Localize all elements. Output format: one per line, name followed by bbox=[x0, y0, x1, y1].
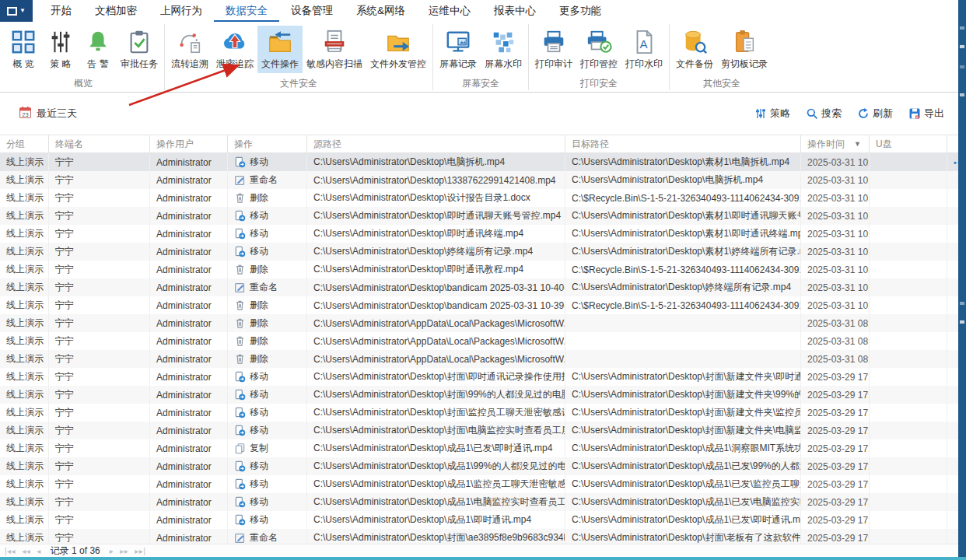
cell-operation-time: 2025-03-29 17:49:20 bbox=[801, 475, 870, 493]
ribbon-button-屏幕水印[interactable]: 屏幕水印 bbox=[481, 26, 526, 73]
file-operation-icon bbox=[267, 29, 293, 55]
ribbon-button-屏幕记录[interactable]: 屏幕记录 bbox=[436, 26, 481, 73]
background-window-edge bbox=[958, 0, 966, 557]
cell-user: Administrator bbox=[150, 404, 228, 422]
ribbon-group-label: 打印安全 bbox=[531, 77, 667, 92]
table-row[interactable]: 线上演示宁宁Administrator移动C:\Users\Administra… bbox=[0, 243, 966, 261]
table-row[interactable]: 线上演示宁宁Administrator移动C:\Users\Administra… bbox=[0, 475, 966, 493]
table-row[interactable]: 线上演示宁宁Administrator移动C:\Users\Administra… bbox=[0, 153, 966, 171]
table-row[interactable]: 线上演示宁宁Administrator删除C:\Users\Administra… bbox=[0, 261, 966, 278]
cell-target-path: C:\Users\Administrator\Desktop\封面\新建文件夹\… bbox=[565, 368, 801, 386]
table-row[interactable]: 线上演示宁宁Administrator删除C:\Users\Administra… bbox=[0, 314, 966, 332]
toolbar-action-策略[interactable]: 策略 bbox=[754, 107, 790, 121]
ribbon-button-策略[interactable]: 策 略 bbox=[42, 26, 79, 73]
table-row[interactable]: 线上演示宁宁Administrator重命名C:\Users\Administr… bbox=[0, 171, 966, 189]
operation-label: 移动 bbox=[250, 245, 268, 258]
column-header-U盘[interactable]: U盘 bbox=[870, 135, 947, 152]
table-row[interactable]: 线上演示宁宁Administrator移动C:\Users\Administra… bbox=[0, 404, 966, 422]
table-row[interactable]: 线上演示宁宁Administrator删除C:\Users\Administra… bbox=[0, 332, 966, 350]
ribbon-button-告警[interactable]: 告 警 bbox=[79, 26, 117, 73]
cell-group: 线上演示 bbox=[0, 189, 49, 207]
menu-tab-更多功能[interactable]: 更多功能 bbox=[548, 0, 613, 22]
column-header-操作用户[interactable]: 操作用户 bbox=[150, 135, 228, 152]
table-row[interactable]: 线上演示宁宁Administrator复制C:\Users\Administra… bbox=[0, 439, 966, 457]
cell-operation-time: 2025-03-29 17:49:20 bbox=[801, 493, 870, 511]
column-header-源路径[interactable]: 源路径 bbox=[307, 135, 565, 152]
ribbon-button-打印水印[interactable]: A打印水印 bbox=[621, 26, 667, 73]
table-row[interactable]: 线上演示宁宁Administrator删除C:\Users\Administra… bbox=[0, 189, 966, 207]
operation-label: 重命名 bbox=[250, 173, 278, 187]
cell-operation: 移动 bbox=[228, 207, 307, 225]
toolbar-action-刷新[interactable]: 刷新 bbox=[857, 107, 893, 121]
column-header-操作时间[interactable]: 操作时间▼ bbox=[801, 135, 870, 152]
column-header-终端名[interactable]: 终端名 bbox=[49, 135, 150, 152]
ribbon-button-概览[interactable]: 概 览 bbox=[5, 26, 42, 73]
ribbon-button-打印审计[interactable]: 打印审计 bbox=[531, 26, 576, 73]
table-row[interactable]: 线上演示宁宁Administrator重命名C:\Users\Administr… bbox=[0, 278, 966, 296]
table-row[interactable]: 线上演示宁宁Administrator移动C:\Users\Administra… bbox=[0, 386, 966, 404]
table-row[interactable]: 线上演示宁宁Administrator移动C:\Users\Administra… bbox=[0, 511, 966, 529]
toolbar-action-导出[interactable]: 导出 bbox=[908, 107, 944, 121]
table-row[interactable]: 线上演示宁宁Administrator移动C:\Users\Administra… bbox=[0, 493, 966, 511]
pagination-last-icon[interactable]: ▸▸| bbox=[135, 547, 145, 555]
ribbon-button-流转追溯[interactable]: 流转追溯 bbox=[167, 26, 212, 73]
cell-terminal: 宁宁 bbox=[49, 332, 150, 350]
menu-tab-上网行为[interactable]: 上网行为 bbox=[149, 0, 214, 22]
table-row[interactable]: 线上演示宁宁Administrator移动C:\Users\Administra… bbox=[0, 457, 966, 475]
ribbon-button-剪切板记录[interactable]: 剪切板记录 bbox=[717, 26, 772, 73]
table-row[interactable]: 线上演示宁宁Administrator移动C:\Users\Administra… bbox=[0, 207, 966, 225]
ribbon-group-label: 其他安全 bbox=[672, 77, 772, 92]
pagination-prev-icon[interactable]: ◂ bbox=[37, 547, 41, 555]
pagination-first-icon[interactable]: |◂◂ bbox=[5, 547, 16, 555]
menu-tab-文档加密[interactable]: 文档加密 bbox=[83, 0, 149, 22]
app-menu-button[interactable]: ▼ bbox=[0, 0, 33, 22]
pagination-prev-page-icon[interactable]: ◂◂ bbox=[22, 547, 30, 555]
ribbon-group-divider bbox=[528, 24, 529, 90]
approval-tasks-icon bbox=[126, 29, 152, 55]
cell-usb bbox=[870, 511, 947, 529]
menu-tab-开始[interactable]: 开始 bbox=[39, 0, 83, 22]
ribbon-button-文件外发管控[interactable]: 文件外发管控 bbox=[366, 26, 430, 73]
table-row[interactable]: 线上演示宁宁Administrator删除C:\Users\Administra… bbox=[0, 350, 966, 368]
delete-icon bbox=[234, 335, 250, 347]
toolbar-actions: 策略搜索刷新导出 bbox=[754, 107, 954, 121]
cell-operation-time: 2025-03-31 08:33:22 bbox=[801, 350, 870, 368]
ribbon-button-打印管控[interactable]: 打印管控 bbox=[576, 26, 621, 73]
ribbon-button-文件操作[interactable]: 文件操作 bbox=[257, 26, 303, 73]
date-filter-button[interactable]: 23 最近三天 bbox=[19, 106, 77, 121]
move-icon bbox=[234, 407, 250, 418]
table-row[interactable]: 线上演示宁宁Administrator移动C:\Users\Administra… bbox=[0, 422, 966, 439]
cell-usb bbox=[870, 225, 947, 243]
flow-trace-icon bbox=[177, 29, 203, 55]
cell-source-path: C:\Users\Administrator\Desktop\成品1\监控员工聊… bbox=[307, 475, 565, 493]
menu-tab-设备管理[interactable]: 设备管理 bbox=[279, 0, 345, 22]
print-watermark-icon: A bbox=[631, 29, 657, 55]
cell-terminal: 宁宁 bbox=[49, 225, 150, 243]
toolbar-action-搜索[interactable]: 搜索 bbox=[806, 107, 842, 121]
menu-tab-运维中心[interactable]: 运维中心 bbox=[417, 0, 482, 22]
time-filter-caret-icon[interactable]: ▼ bbox=[854, 140, 863, 148]
export-icon bbox=[908, 107, 921, 120]
sensitive-scan-icon bbox=[321, 29, 348, 55]
table-row[interactable]: 线上演示宁宁Administrator移动C:\Users\Administra… bbox=[0, 225, 966, 243]
cell-operation-time: 2025-03-29 17:49:58 bbox=[801, 368, 870, 386]
ribbon-button-文件备份[interactable]: 文件备份 bbox=[672, 26, 717, 73]
pagination-next-icon[interactable]: ▸ bbox=[110, 547, 114, 555]
column-header-操作[interactable]: 操作 bbox=[228, 135, 307, 152]
menu-tab-报表中心[interactable]: 报表中心 bbox=[482, 0, 548, 22]
column-header-目标路径[interactable]: 目标路径 bbox=[565, 135, 801, 152]
cell-target-path: C:\Users\Administrator\Desktop\封面\新建文件夹\… bbox=[565, 386, 801, 404]
cell-source-path: C:\Users\Administrator\Desktop\封面\即时通讯记录… bbox=[307, 368, 565, 386]
table-row[interactable]: 线上演示宁宁Administrator移动C:\Users\Administra… bbox=[0, 368, 966, 386]
menu-tab-数据安全[interactable]: 数据安全 bbox=[214, 0, 279, 22]
ribbon-button-审批任务[interactable]: 审批任务 bbox=[117, 26, 162, 73]
table-row[interactable]: 线上演示宁宁Administrator删除C:\Users\Administra… bbox=[0, 296, 966, 314]
column-header-分组[interactable]: 分组 bbox=[0, 135, 49, 152]
ribbon-button-泄密追踪[interactable]: 泄密追踪 bbox=[212, 26, 257, 73]
cell-source-path: C:\Users\Administrator\Desktop\成品1\99%的人… bbox=[307, 457, 565, 475]
operation-label: 移动 bbox=[250, 406, 268, 419]
ribbon-button-敏感内容扫描[interactable]: 敏感内容扫描 bbox=[303, 26, 366, 73]
cell-target-path: C:\Users\Administrator\Desktop\封面\新建文件夹\… bbox=[565, 422, 801, 439]
menu-tab-系统&网络[interactable]: 系统&网络 bbox=[345, 0, 417, 22]
pagination-next-page-icon[interactable]: ▸▸ bbox=[120, 547, 128, 555]
